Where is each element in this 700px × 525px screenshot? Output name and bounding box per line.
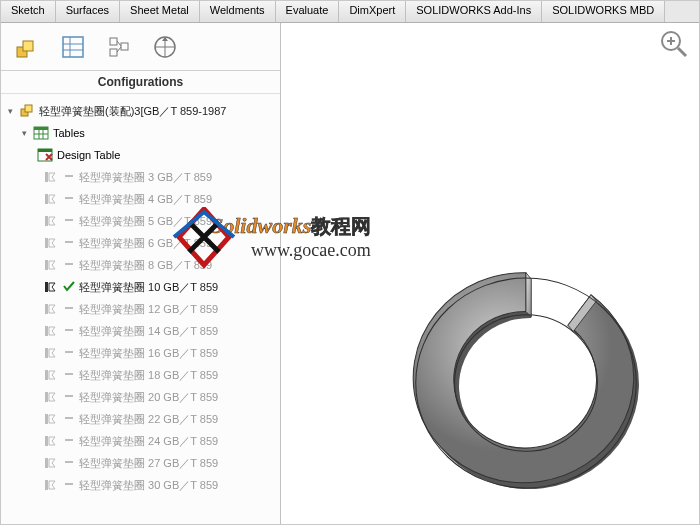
panel-title: Configurations	[1, 71, 280, 94]
config-inactive-icon	[45, 412, 59, 426]
expand-icon[interactable]: ▾	[19, 128, 29, 138]
config-row[interactable]: 轻型弹簧垫圈 5 GB／T 859	[5, 210, 280, 232]
config-inactive-icon	[45, 236, 59, 250]
config-row[interactable]: 轻型弹簧垫圈 12 GB／T 859	[5, 298, 280, 320]
config-label: 轻型弹簧垫圈 22 GB／T 859	[79, 412, 218, 427]
config-inactive-icon	[45, 390, 59, 404]
dash-icon	[63, 368, 75, 382]
config-label: 轻型弹簧垫圈 8 GB／T 859	[79, 258, 212, 273]
panel-toolbar	[1, 23, 280, 71]
config-label: 轻型弹簧垫圈 4 GB／T 859	[79, 192, 212, 207]
dash-icon	[63, 302, 75, 316]
dash-icon	[63, 192, 75, 206]
design-table-node[interactable]: Design Table	[5, 144, 280, 166]
svg-line-9	[117, 41, 121, 46]
config-inactive-icon	[45, 434, 59, 448]
expand-icon[interactable]: ▾	[5, 106, 15, 116]
svg-rect-38	[45, 348, 48, 358]
tab-sketch[interactable]: Sketch	[1, 1, 56, 22]
svg-rect-46	[45, 436, 48, 446]
model-viewport[interactable]: Solidworks教程网 www.gocae.com	[281, 23, 699, 524]
config-inactive-icon	[45, 456, 59, 470]
svg-rect-48	[45, 458, 48, 468]
svg-rect-50	[45, 480, 48, 490]
feature-manager-button[interactable]	[11, 31, 43, 63]
config-label: 轻型弹簧垫圈 27 GB／T 859	[79, 456, 218, 471]
svg-rect-42	[45, 392, 48, 402]
config-row[interactable]: 轻型弹簧垫圈 20 GB／T 859	[5, 386, 280, 408]
part-icon	[19, 103, 35, 119]
svg-rect-34	[45, 304, 48, 314]
property-manager-button[interactable]	[57, 31, 89, 63]
config-label: 轻型弹簧垫圈 14 GB／T 859	[79, 324, 218, 339]
config-row[interactable]: 轻型弹簧垫圈 8 GB／T 859	[5, 254, 280, 276]
svg-rect-27	[45, 216, 48, 226]
tables-label: Tables	[53, 127, 85, 139]
config-row[interactable]: 轻型弹簧垫圈 27 GB／T 859	[5, 452, 280, 474]
tab-dimxpert[interactable]: DimXpert	[339, 1, 406, 22]
tab-weldments[interactable]: Weldments	[200, 1, 276, 22]
config-inactive-icon	[45, 192, 59, 206]
config-label: 轻型弹簧垫圈 10 GB／T 859	[79, 280, 218, 295]
root-label: 轻型弹簧垫圈(装配)3[GB／T 859-1987	[39, 104, 226, 119]
svg-rect-8	[121, 43, 128, 50]
dash-icon	[63, 236, 75, 250]
command-tab-bar: SketchSurfacesSheet MetalWeldmentsEvalua…	[1, 1, 699, 23]
config-row[interactable]: 轻型弹簧垫圈 16 GB／T 859	[5, 342, 280, 364]
config-row[interactable]: 轻型弹簧垫圈 3 GB／T 859	[5, 166, 280, 188]
main-area: Configurations ▾ 轻型弹簧垫圈(装配)3[GB／T 859-19…	[1, 23, 699, 524]
config-label: 轻型弹簧垫圈 3 GB／T 859	[79, 170, 212, 185]
config-row[interactable]: 轻型弹簧垫圈 24 GB／T 859	[5, 430, 280, 452]
config-label: 轻型弹簧垫圈 20 GB／T 859	[79, 390, 218, 405]
config-inactive-icon	[45, 324, 59, 338]
config-row[interactable]: 轻型弹簧垫圈 4 GB／T 859	[5, 188, 280, 210]
dash-icon	[63, 456, 75, 470]
config-label: 轻型弹簧垫圈 12 GB／T 859	[79, 302, 218, 317]
check-icon	[63, 280, 75, 294]
config-inactive-icon	[45, 346, 59, 360]
table-icon	[33, 125, 49, 141]
dash-icon	[63, 412, 75, 426]
tab-sheet-metal[interactable]: Sheet Metal	[120, 1, 200, 22]
config-active-icon	[45, 280, 59, 294]
config-row[interactable]: 轻型弹簧垫圈 10 GB／T 859	[5, 276, 280, 298]
dash-icon	[63, 346, 75, 360]
svg-rect-15	[25, 105, 32, 112]
config-label: 轻型弹簧垫圈 6 GB／T 859	[79, 236, 212, 251]
config-tree: ▾ 轻型弹簧垫圈(装配)3[GB／T 859-1987 ▾ Tables Des…	[1, 94, 280, 524]
config-manager-button[interactable]	[103, 31, 135, 63]
config-inactive-icon	[45, 302, 59, 316]
config-row[interactable]: 轻型弹簧垫圈 6 GB／T 859	[5, 232, 280, 254]
dash-icon	[63, 170, 75, 184]
tables-node[interactable]: ▾ Tables	[5, 122, 280, 144]
model-render	[281, 23, 700, 525]
tab-surfaces[interactable]: Surfaces	[56, 1, 120, 22]
config-inactive-icon	[45, 214, 59, 228]
config-panel: Configurations ▾ 轻型弹簧垫圈(装配)3[GB／T 859-19…	[1, 23, 281, 524]
svg-rect-6	[110, 38, 117, 45]
tree-root[interactable]: ▾ 轻型弹簧垫圈(装配)3[GB／T 859-1987	[5, 100, 280, 122]
svg-rect-29	[45, 238, 48, 248]
dash-icon	[63, 214, 75, 228]
tab-evaluate[interactable]: Evaluate	[276, 1, 340, 22]
svg-rect-31	[45, 260, 48, 270]
tab-solidworks-add-ins[interactable]: SOLIDWORKS Add-Ins	[406, 1, 542, 22]
config-row[interactable]: 轻型弹簧垫圈 30 GB／T 859	[5, 474, 280, 496]
config-row[interactable]: 轻型弹簧垫圈 14 GB／T 859	[5, 320, 280, 342]
config-label: 轻型弹簧垫圈 30 GB／T 859	[79, 478, 218, 493]
svg-rect-22	[38, 149, 52, 152]
config-row[interactable]: 轻型弹簧垫圈 18 GB／T 859	[5, 364, 280, 386]
svg-rect-2	[63, 37, 83, 57]
dimxpert-manager-button[interactable]	[149, 31, 181, 63]
config-label: 轻型弹簧垫圈 18 GB／T 859	[79, 368, 218, 383]
config-inactive-icon	[45, 258, 59, 272]
svg-line-10	[117, 47, 121, 52]
dash-icon	[63, 434, 75, 448]
tab-solidworks-mbd[interactable]: SOLIDWORKS MBD	[542, 1, 665, 22]
config-row[interactable]: 轻型弹簧垫圈 22 GB／T 859	[5, 408, 280, 430]
dash-icon	[63, 258, 75, 272]
svg-rect-44	[45, 414, 48, 424]
config-inactive-icon	[45, 478, 59, 492]
svg-rect-36	[45, 326, 48, 336]
config-label: 轻型弹簧垫圈 16 GB／T 859	[79, 346, 218, 361]
